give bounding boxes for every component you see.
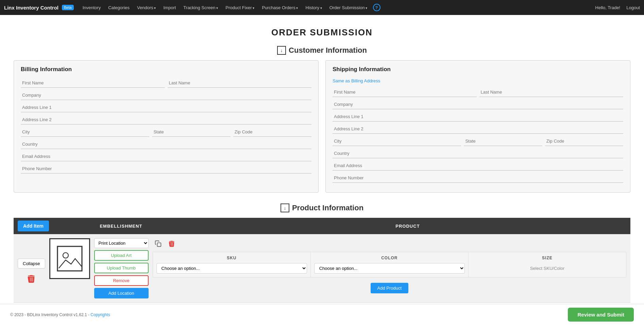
billing-company-row bbox=[21, 91, 311, 100]
item-delete-icon[interactable] bbox=[27, 274, 36, 286]
footer: © 2023 - BDLinx Inventory Control v1.62.… bbox=[0, 304, 644, 325]
billing-country-row bbox=[21, 140, 311, 149]
product-label: PRODUCT bbox=[189, 224, 626, 229]
billing-email[interactable] bbox=[21, 152, 311, 161]
upload-art-button[interactable]: Upload Art bbox=[94, 250, 149, 261]
size-col: SIZE Select SKU/Color bbox=[469, 252, 626, 277]
item-image-placeholder bbox=[49, 238, 90, 279]
billing-city[interactable] bbox=[21, 127, 149, 137]
delete-product-icon-button[interactable] bbox=[166, 238, 177, 249]
brand-name: Linx Inventory Control bbox=[4, 5, 58, 11]
billing-city-row bbox=[21, 127, 311, 137]
sku-label: SKU bbox=[227, 256, 236, 260]
sku-select[interactable]: Choose an option... bbox=[156, 263, 307, 274]
copy-icon-button[interactable] bbox=[153, 238, 164, 249]
main-content: ORDER SUBMISSION ↓ Customer Information … bbox=[0, 15, 644, 325]
customer-section-title: Customer Information bbox=[289, 46, 367, 55]
same-as-billing-link[interactable]: Same as Billing Address bbox=[333, 78, 623, 83]
sku-col: SKU Choose an option... bbox=[153, 252, 311, 277]
nav-inventory[interactable]: Inventory bbox=[79, 3, 104, 12]
shipping-title: Shipping Information bbox=[333, 66, 623, 73]
shipping-country[interactable] bbox=[333, 149, 623, 158]
shipping-city-row bbox=[333, 136, 623, 146]
svg-rect-0 bbox=[57, 246, 82, 271]
nav-greeting: Hello, Trade! bbox=[595, 5, 621, 10]
billing-first-name[interactable] bbox=[21, 78, 165, 88]
nav-vendors[interactable]: Vendors bbox=[134, 3, 159, 12]
review-submit-button[interactable]: Review and Submit bbox=[568, 308, 634, 322]
add-item-button[interactable]: Add Item bbox=[18, 221, 49, 231]
shipping-city[interactable] bbox=[333, 136, 461, 146]
remove-button[interactable]: Remove bbox=[94, 275, 149, 286]
billing-address2-row bbox=[21, 115, 311, 125]
nav-history[interactable]: History bbox=[302, 3, 325, 12]
collapse-button[interactable]: Collapse bbox=[18, 259, 45, 269]
product-header-row bbox=[153, 238, 626, 249]
shipping-state[interactable] bbox=[464, 136, 542, 146]
print-location-select[interactable]: Print Location Front Back Left Chest Rig… bbox=[94, 238, 149, 248]
shipping-name-row bbox=[333, 87, 623, 97]
billing-phone[interactable] bbox=[21, 164, 311, 174]
product-toolbar: Add Item EMBELLISHMENT PRODUCT bbox=[14, 218, 630, 234]
shipping-first-name[interactable] bbox=[333, 87, 477, 97]
nav-categories[interactable]: Categories bbox=[105, 3, 133, 12]
shipping-email[interactable] bbox=[333, 161, 623, 170]
svg-rect-2 bbox=[157, 243, 161, 247]
shipping-phone-row bbox=[333, 173, 623, 183]
billing-phone-row bbox=[21, 164, 311, 174]
nav-order-submission[interactable]: Order Submission bbox=[326, 3, 371, 12]
page-title: ORDER SUBMISSION bbox=[14, 27, 630, 38]
color-select[interactable]: Choose an option... bbox=[314, 263, 465, 274]
nav-tracking[interactable]: Tracking Screen bbox=[180, 3, 221, 12]
product-cols: SKU Choose an option... COLOR Choose an … bbox=[153, 252, 626, 277]
item-left-actions: Collapse bbox=[18, 238, 45, 286]
nav-purchase-orders[interactable]: Purchase Orders bbox=[258, 3, 301, 12]
shipping-address1[interactable] bbox=[333, 112, 623, 121]
shipping-country-row bbox=[333, 149, 623, 158]
billing-company[interactable] bbox=[21, 91, 311, 100]
shipping-card: Shipping Information Same as Billing Add… bbox=[325, 60, 630, 193]
shipping-company[interactable] bbox=[333, 100, 623, 109]
billing-state[interactable] bbox=[152, 127, 230, 137]
logout-button[interactable]: Logout bbox=[626, 5, 640, 10]
add-product-row: Add Product bbox=[153, 283, 626, 293]
billing-address1[interactable] bbox=[21, 103, 311, 112]
beta-badge: Beta bbox=[62, 5, 74, 10]
customer-section-header: ↓ Customer Information bbox=[14, 46, 630, 55]
shipping-zip[interactable] bbox=[545, 136, 623, 146]
billing-address2[interactable] bbox=[21, 115, 311, 125]
customer-collapse-icon[interactable]: ↓ bbox=[277, 46, 286, 55]
product-collapse-icon[interactable]: ↓ bbox=[281, 204, 289, 212]
shipping-email-row bbox=[333, 161, 623, 170]
product-section-title: Product Information bbox=[292, 204, 363, 212]
color-col: COLOR Choose an option... bbox=[311, 252, 469, 277]
help-icon[interactable]: ? bbox=[373, 4, 380, 11]
shipping-address2-row bbox=[333, 124, 623, 134]
shipping-phone[interactable] bbox=[333, 173, 623, 183]
nav-import[interactable]: Import bbox=[160, 3, 180, 12]
billing-title: Billing Information bbox=[21, 66, 311, 73]
billing-zip[interactable] bbox=[233, 127, 311, 137]
shipping-address1-row bbox=[333, 112, 623, 121]
size-label: SIZE bbox=[542, 256, 553, 260]
billing-card: Billing Information bbox=[14, 60, 319, 193]
add-location-button[interactable]: Add Location bbox=[94, 288, 149, 298]
product-section: ↓ Product Information Add Item EMBELLISH… bbox=[14, 204, 630, 303]
copyrights-link[interactable]: Copyrights bbox=[90, 312, 110, 317]
add-product-button[interactable]: Add Product bbox=[371, 283, 409, 293]
nav-product-fixer[interactable]: Product Fixer bbox=[222, 3, 258, 12]
size-static-text: Select SKU/Color bbox=[530, 263, 564, 271]
billing-last-name[interactable] bbox=[168, 78, 312, 88]
footer-copy-text: © 2023 - BDLinx Inventory Control v1.62.… bbox=[10, 312, 89, 317]
footer-copy: © 2023 - BDLinx Inventory Control v1.62.… bbox=[10, 312, 110, 317]
embellishment-label: EMBELLISHMENT bbox=[53, 224, 189, 229]
shipping-last-name[interactable] bbox=[479, 87, 624, 97]
billing-name-row bbox=[21, 78, 311, 88]
billing-email-row bbox=[21, 152, 311, 161]
nav-links: Inventory Categories Vendors Import Trac… bbox=[79, 3, 593, 12]
shipping-company-row bbox=[333, 100, 623, 109]
shipping-address2[interactable] bbox=[333, 124, 623, 134]
upload-thumb-button[interactable]: Upload Thumb bbox=[94, 263, 149, 273]
item-row: Collapse Print Location bbox=[14, 234, 630, 303]
billing-country[interactable] bbox=[21, 140, 311, 149]
